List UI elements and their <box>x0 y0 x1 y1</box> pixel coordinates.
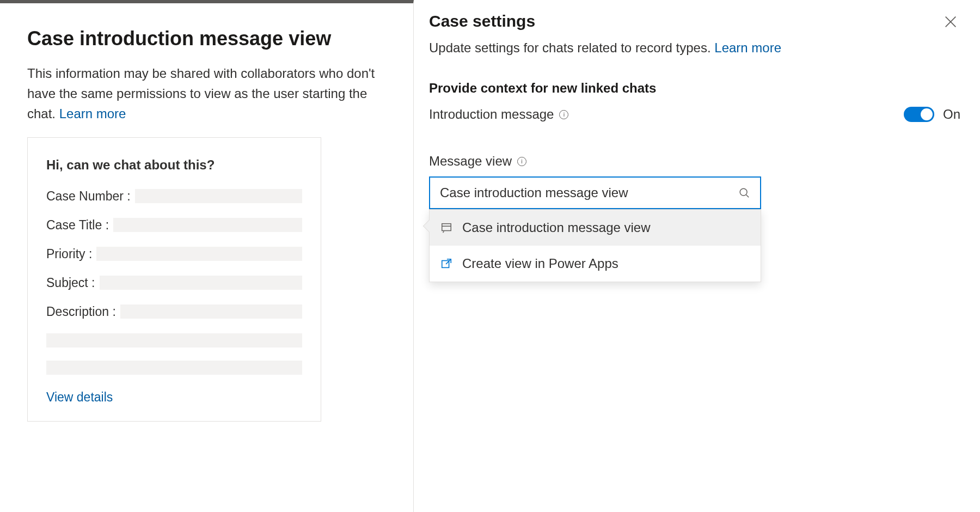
message-view-input[interactable] <box>429 176 761 209</box>
field-row-priority: Priority : <box>46 247 302 261</box>
label-priority: Priority : <box>46 247 92 261</box>
placeholder-bar <box>46 333 302 348</box>
dropdown-option-create-view[interactable]: Create view in Power Apps <box>430 246 761 282</box>
preview-greeting: Hi, can we chat about this? <box>46 157 302 173</box>
intro-message-toggle[interactable] <box>904 107 934 122</box>
label-description: Description : <box>46 304 116 319</box>
placeholder-bar <box>113 218 302 232</box>
info-icon[interactable]: i <box>559 110 568 119</box>
dropdown-option-label: Case introduction message view <box>462 220 651 235</box>
view-details-link[interactable]: View details <box>46 390 302 405</box>
placeholder-bar <box>96 247 302 261</box>
settings-description-text: Update settings for chats related to rec… <box>429 40 714 55</box>
dropdown-option-label: Create view in Power Apps <box>462 256 618 271</box>
label-case-title: Case Title : <box>46 218 109 233</box>
field-row-case-title: Case Title : <box>46 218 302 233</box>
placeholder-bar <box>46 361 302 375</box>
message-view-lookup <box>429 176 761 209</box>
intro-message-toggle-wrap: On <box>904 107 960 122</box>
close-button[interactable] <box>943 14 958 29</box>
info-icon[interactable]: i <box>517 157 526 166</box>
close-icon <box>943 14 958 29</box>
svg-line-8 <box>446 259 451 264</box>
toggle-state-label: On <box>943 107 960 122</box>
field-row-case-number: Case Number : <box>46 189 302 204</box>
settings-learn-more-link[interactable]: Learn more <box>714 40 781 55</box>
root-layout: Case introduction message view This info… <box>0 0 980 512</box>
message-view-label: Message view <box>429 154 512 169</box>
toggle-thumb <box>921 108 933 120</box>
intro-message-label: Introduction message <box>429 107 554 122</box>
settings-description: Update settings for chats related to rec… <box>429 40 960 56</box>
placeholder-bar <box>135 189 302 203</box>
placeholder-bar <box>120 304 302 319</box>
learn-more-link[interactable]: Learn more <box>59 106 126 121</box>
settings-panel: Case settings Update settings for chats … <box>414 0 980 512</box>
field-row-description: Description : <box>46 304 302 319</box>
field-row-subject: Subject : <box>46 276 302 290</box>
intro-message-row: Introduction message i On <box>429 107 960 122</box>
message-view-label-wrap: Message view i <box>429 154 960 169</box>
svg-line-6 <box>443 231 444 233</box>
preview-title: Case introduction message view <box>27 27 387 50</box>
svg-rect-4 <box>442 224 451 231</box>
view-icon <box>440 222 452 234</box>
settings-title: Case settings <box>429 12 960 31</box>
placeholder-bar <box>100 276 303 290</box>
preview-description: This information may be shared with coll… <box>27 63 381 124</box>
preview-panel: Case introduction message view This info… <box>0 0 414 512</box>
dropdown-option-case-intro-view[interactable]: Case introduction message view <box>430 210 761 246</box>
message-preview-card: Hi, can we chat about this? Case Number … <box>27 137 321 422</box>
section-heading: Provide context for new linked chats <box>429 81 960 96</box>
label-case-number: Case Number : <box>46 189 131 204</box>
message-view-dropdown: Case introduction message view Create vi… <box>429 209 761 282</box>
label-subject: Subject : <box>46 276 95 290</box>
intro-message-label-wrap: Introduction message i <box>429 107 568 122</box>
open-external-icon <box>440 258 452 270</box>
